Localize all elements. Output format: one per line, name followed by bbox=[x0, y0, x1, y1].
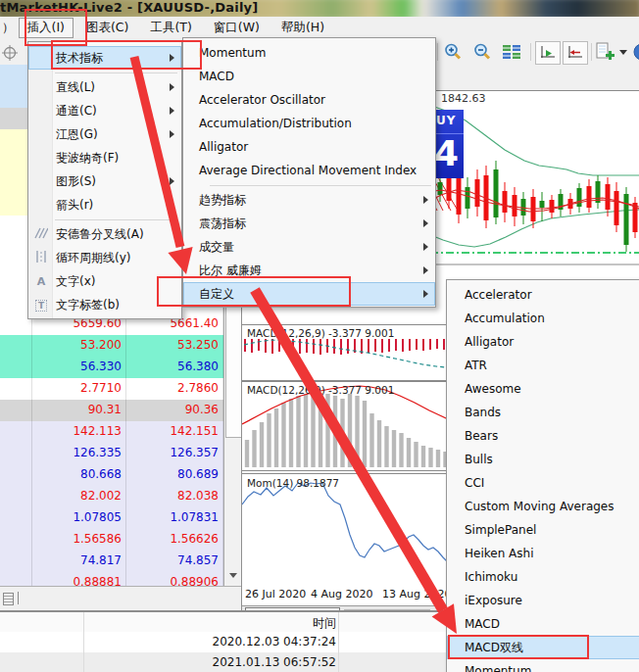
menu-item[interactable]: Custom Moving Averages bbox=[447, 495, 639, 518]
menu-item-label: 趋势指标 bbox=[199, 192, 246, 209]
menu-item[interactable]: Momentum bbox=[183, 41, 435, 65]
menu-item[interactable]: SimplePanel bbox=[447, 518, 639, 542]
market-watch-row[interactable]: 80.66880.689 bbox=[0, 464, 223, 487]
buy-button-label: UY bbox=[436, 114, 456, 127]
menubar-item[interactable]: 工具(T) bbox=[141, 18, 200, 38]
menu-item[interactable]: Accumulation/Distribution bbox=[183, 112, 435, 135]
menu-item[interactable]: MACD双线 bbox=[447, 636, 639, 659]
menu-item[interactable]: 江恩(G) bbox=[28, 122, 181, 146]
scrollbar-thumb[interactable] bbox=[225, 307, 241, 438]
menu-item[interactable]: Ichimoku bbox=[447, 565, 639, 589]
market-watch-row[interactable]: 53.20053.250 bbox=[0, 335, 223, 358]
scrollbar-down-button[interactable] bbox=[225, 567, 240, 584]
market-watch-row[interactable]: 82.00282.038 bbox=[0, 486, 223, 508]
ask-cell: 0.88906 bbox=[170, 575, 219, 586]
submenu-arrow-icon bbox=[423, 196, 428, 204]
menu-item[interactable]: 成交量 bbox=[183, 235, 435, 259]
market-watch-row[interactable]: 74.81774.857 bbox=[0, 551, 223, 573]
menu-item[interactable]: 趋势指标 bbox=[183, 188, 435, 212]
menubar-item[interactable]: 窗口(W) bbox=[205, 18, 269, 38]
menu-item[interactable]: Momentum bbox=[447, 659, 639, 672]
menu-item-label: 安德鲁分叉线(A) bbox=[56, 226, 144, 243]
submenu-arrow-icon bbox=[170, 83, 174, 91]
menu-item[interactable]: A文字(x) bbox=[28, 269, 181, 293]
menu-item[interactable]: 图形(S) bbox=[28, 169, 181, 193]
market-watch-row[interactable]: 126.335126.357 bbox=[0, 443, 223, 465]
menu-item[interactable]: Average Directional Movement Index bbox=[183, 159, 435, 182]
menu-item[interactable]: 技术指标 bbox=[28, 46, 181, 70]
ask-cell: 53.250 bbox=[177, 338, 219, 352]
menu-item[interactable]: T文字标签(b) bbox=[28, 293, 181, 316]
help-icon[interactable]: ? bbox=[632, 42, 639, 62]
menu-item-label: 图形(S) bbox=[56, 173, 96, 190]
time-cell: 2020.12.03 04:37:24 bbox=[213, 635, 336, 648]
new-order-icon[interactable] bbox=[595, 42, 616, 62]
crosshair-icon[interactable] bbox=[2, 43, 18, 63]
bid-cell: 126.335 bbox=[73, 446, 122, 459]
menu-item[interactable]: Accumulation bbox=[447, 307, 639, 330]
menu-item[interactable]: MACD bbox=[447, 612, 639, 636]
menu-item[interactable]: Alligator bbox=[447, 330, 639, 354]
bid-cell: 2.7710 bbox=[80, 381, 122, 395]
ask-cell: 2.7860 bbox=[177, 381, 219, 395]
submenu-arrow-icon bbox=[423, 266, 428, 274]
menu-item[interactable]: 震荡指标 bbox=[183, 212, 435, 235]
menu-item[interactable]: 斐波纳奇(F) bbox=[28, 146, 181, 169]
menu-item[interactable]: CCI bbox=[447, 471, 639, 495]
bid-cell: 53.200 bbox=[80, 338, 122, 352]
text-label-icon: T bbox=[32, 298, 50, 312]
menu-item-label: 文字标签(b) bbox=[56, 297, 120, 313]
market-watch-row[interactable]: 56.33056.380 bbox=[0, 357, 223, 379]
ask-cell: 1.56626 bbox=[170, 532, 219, 546]
menubar-item[interactable]: 帮助(H) bbox=[272, 18, 333, 38]
menu-item[interactable]: Bands bbox=[447, 401, 639, 424]
list-tab-icon[interactable] bbox=[3, 593, 14, 605]
market-watch-row[interactable]: 142.113142.151 bbox=[0, 421, 223, 444]
menu-item[interactable]: 自定义 bbox=[183, 282, 435, 306]
momentum-label: Mom(14) 98.1877 bbox=[247, 477, 339, 489]
menu-item[interactable]: Bulls bbox=[447, 448, 639, 471]
menu-item[interactable]: Awesome bbox=[447, 377, 639, 401]
menu-item[interactable]: ATR bbox=[447, 354, 639, 377]
toolbar-separator bbox=[437, 43, 438, 61]
menu-item-label: 文字(x) bbox=[56, 273, 95, 290]
menu-item-label: MACD双线 bbox=[465, 640, 523, 656]
submenu-arrow-icon bbox=[170, 177, 174, 185]
menu-item-label: Momentum bbox=[199, 46, 266, 60]
submenu-arrow-icon bbox=[423, 219, 428, 227]
window-titlebar: tMarketHK-Live2 - [XAUUSD-,Daily] bbox=[0, 0, 639, 17]
auto-scroll-icon[interactable] bbox=[535, 41, 561, 65]
zoom-in-icon[interactable] bbox=[443, 42, 465, 62]
menu-item[interactable]: 循环周期线(y) bbox=[28, 246, 181, 269]
menu-item[interactable]: Heiken Ashi bbox=[447, 542, 639, 565]
dropdown-caret-icon[interactable] bbox=[619, 42, 627, 62]
text-icon: A bbox=[32, 274, 50, 288]
menubar-item[interactable]: 图表(C) bbox=[77, 18, 137, 38]
market-watch-row[interactable]: 1.078051.07831 bbox=[0, 507, 223, 530]
market-watch-tab-strip bbox=[0, 586, 242, 611]
axis-tick-label: 26 Jul 2020 bbox=[245, 588, 306, 600]
tile-windows-icon[interactable] bbox=[502, 42, 521, 62]
market-watch-row[interactable]: 2.77102.7860 bbox=[0, 378, 223, 401]
menu-item[interactable]: 通道(C) bbox=[28, 99, 181, 122]
bid-cell: 1.56586 bbox=[73, 532, 122, 546]
menu-item[interactable]: Accelerator Oscillator bbox=[183, 88, 435, 112]
menu-item-label: Accumulation/Distribution bbox=[199, 117, 352, 130]
chart-shift-icon[interactable] bbox=[563, 41, 588, 65]
menu-item[interactable]: 比尔 威廉姆 bbox=[183, 259, 435, 282]
menu-item[interactable]: MACD bbox=[183, 65, 435, 88]
market-watch-row[interactable]: 1.565861.56626 bbox=[0, 529, 223, 552]
market-watch-row[interactable]: 90.3190.36 bbox=[0, 400, 223, 422]
zoom-out-icon[interactable] bbox=[472, 42, 494, 62]
menu-item-label: Average Directional Movement Index bbox=[199, 164, 417, 177]
menu-item[interactable]: Bears bbox=[447, 424, 639, 448]
menu-item[interactable]: 直线(L) bbox=[28, 75, 181, 99]
menu-item[interactable]: Accelerator bbox=[447, 283, 639, 307]
market-watch-row[interactable]: 0.888810.88906 bbox=[0, 572, 223, 586]
menu-item[interactable]: 安德鲁分叉线(A) bbox=[28, 222, 181, 246]
menu-item-label: 箭头(r) bbox=[56, 197, 93, 214]
menu-item[interactable]: Alligator bbox=[183, 135, 435, 159]
menu-item[interactable]: 箭头(r) bbox=[28, 193, 181, 216]
menubar-item[interactable]: 插入(I) bbox=[19, 18, 74, 38]
menu-item[interactable]: iExposure bbox=[447, 589, 639, 612]
